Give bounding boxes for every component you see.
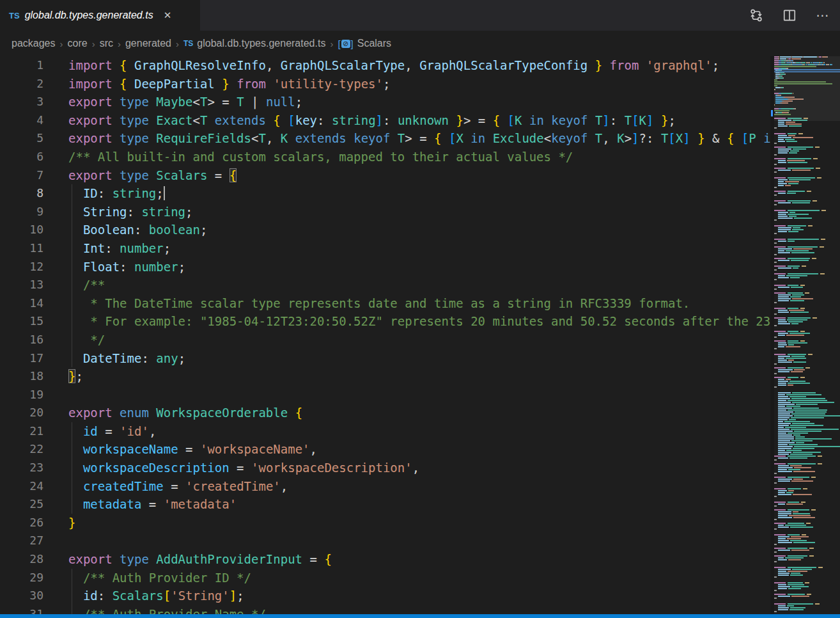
line-number[interactable]: 26: [0, 514, 43, 532]
line-number[interactable]: 9: [0, 203, 43, 221]
code-line[interactable]: 30 id: Scalars['String'];: [0, 587, 770, 605]
tab-bar: TS global.db.types.generated.ts ✕: [0, 0, 840, 31]
code-line[interactable]: 25 metadata = 'metadata': [0, 495, 770, 514]
code-line[interactable]: 20export enum WorkspaceOrderable {: [0, 404, 770, 422]
line-number[interactable]: 4: [0, 111, 43, 130]
minimap-slider[interactable]: [774, 56, 840, 121]
code-editor[interactable]: 1import { GraphQLResolveInfo, GraphQLSca…: [0, 56, 770, 614]
line-number[interactable]: 2: [0, 75, 43, 93]
line-number[interactable]: 1: [0, 56, 43, 75]
typescript-file-icon: TS: [183, 39, 193, 48]
status-bar: [0, 614, 840, 618]
code-line[interactable]: 26}: [0, 514, 770, 532]
code-line[interactable]: 16 */: [0, 331, 770, 349]
breadcrumb: packages › core › src › generated › TS g…: [0, 31, 840, 56]
line-number[interactable]: 6: [0, 148, 43, 166]
vscode-editor-window: TS global.db.types.generated.ts ✕: [0, 0, 840, 618]
code-line[interactable]: 21 id = 'id',: [0, 422, 770, 441]
breadcrumb-separator: ›: [92, 38, 95, 49]
minimap[interactable]: [774, 56, 840, 614]
line-number[interactable]: 16: [0, 331, 43, 349]
text-cursor: [164, 186, 165, 200]
code-line[interactable]: 8 ID: string;: [0, 184, 770, 203]
code-line[interactable]: 15 * For example: "1985-04-12T23:20:50.5…: [0, 312, 770, 331]
breadcrumb-symbol-scalars[interactable]: Scalars: [357, 38, 391, 49]
split-editor-button[interactable]: [781, 7, 798, 24]
code-line[interactable]: 28export type AddAuthProviderInput = {: [0, 550, 770, 569]
line-number[interactable]: 30: [0, 587, 43, 605]
line-number[interactable]: 15: [0, 312, 43, 331]
code-line[interactable]: 24 createdTime = 'createdTime',: [0, 477, 770, 496]
line-number[interactable]: 28: [0, 550, 43, 569]
breadcrumb-separator: ›: [330, 38, 333, 49]
close-tab-icon[interactable]: ✕: [161, 8, 175, 22]
line-number[interactable]: 22: [0, 440, 43, 459]
breadcrumb-core[interactable]: core: [68, 38, 88, 49]
line-number[interactable]: 19: [0, 386, 43, 404]
code-line[interactable]: 19: [0, 386, 770, 404]
more-actions-button[interactable]: ⋯: [814, 7, 831, 24]
breadcrumb-separator: ›: [176, 38, 179, 49]
code-rows: 1import { GraphQLResolveInfo, GraphQLSca…: [0, 56, 770, 614]
line-number[interactable]: 10: [0, 221, 43, 239]
line-number[interactable]: 21: [0, 422, 43, 441]
line-number[interactable]: 11: [0, 239, 43, 258]
minimap-container: [770, 56, 840, 614]
line-number[interactable]: 23: [0, 459, 43, 477]
breadcrumb-separator: ›: [118, 38, 121, 49]
code-line[interactable]: 3export type Maybe<T> = T | null;: [0, 93, 770, 111]
occurrence-marker: [771, 110, 773, 116]
compare-changes-icon: [749, 8, 763, 22]
breadcrumb-separator: ›: [60, 38, 63, 49]
line-number[interactable]: 8: [0, 184, 43, 203]
code-line[interactable]: 5export type RequireFields<T, K extends …: [0, 129, 770, 148]
code-line[interactable]: 18};: [0, 367, 770, 386]
line-number[interactable]: 17: [0, 349, 43, 368]
code-line[interactable]: 31 /** Auth Provider Name */: [0, 605, 770, 614]
breadcrumb-filename[interactable]: global.db.types.generated.ts: [197, 38, 325, 49]
code-line[interactable]: 4export type Exact<T extends { [key: str…: [0, 111, 770, 130]
tab-label: global.db.types.generated.ts: [25, 10, 153, 21]
line-number[interactable]: 29: [0, 569, 43, 587]
code-line[interactable]: 7export type Scalars = {: [0, 166, 770, 185]
code-line[interactable]: 6/** All built-in and custom scalars, ma…: [0, 148, 770, 166]
code-line[interactable]: 22 workspaceName = 'workspaceName',: [0, 440, 770, 459]
line-number[interactable]: 20: [0, 404, 43, 422]
ellipsis-icon: ⋯: [816, 8, 830, 23]
code-line[interactable]: 27: [0, 532, 770, 550]
line-number[interactable]: 31: [0, 605, 43, 614]
line-number[interactable]: 7: [0, 166, 43, 185]
line-number[interactable]: 18: [0, 367, 43, 386]
code-line[interactable]: 2import { DeepPartial } from 'utility-ty…: [0, 75, 770, 93]
editor-actions: ⋯: [748, 0, 835, 31]
line-number[interactable]: 27: [0, 532, 43, 550]
line-number[interactable]: 13: [0, 276, 43, 294]
code-line[interactable]: 14 * The DateTime scalar type represents…: [0, 294, 770, 313]
code-line[interactable]: 10 Boolean: boolean;: [0, 221, 770, 239]
line-number[interactable]: 12: [0, 258, 43, 276]
line-number[interactable]: 24: [0, 477, 43, 496]
tab-global-db-types-generated[interactable]: TS global.db.types.generated.ts ✕: [0, 0, 201, 31]
code-line[interactable]: 29 /** Auth Provider ID */: [0, 569, 770, 587]
code-line[interactable]: 9 String: string;: [0, 203, 770, 221]
breadcrumb-generated[interactable]: generated: [125, 38, 171, 49]
code-line[interactable]: 12 Float: number;: [0, 258, 770, 276]
line-number[interactable]: 25: [0, 495, 43, 514]
line-number[interactable]: 5: [0, 129, 43, 148]
breadcrumb-packages[interactable]: packages: [12, 38, 56, 49]
line-number[interactable]: 3: [0, 93, 43, 111]
split-editor-icon: [782, 8, 797, 22]
code-line[interactable]: 1import { GraphQLResolveInfo, GraphQLSca…: [0, 56, 770, 75]
minimap-content: [774, 56, 840, 612]
line-number[interactable]: 14: [0, 294, 43, 313]
code-line[interactable]: 17 DateTime: any;: [0, 349, 770, 368]
open-changes-button[interactable]: [748, 7, 765, 24]
code-line[interactable]: 11 Int: number;: [0, 239, 770, 258]
code-line[interactable]: 13 /**: [0, 276, 770, 294]
symbol-variable-icon: [⊘]: [338, 38, 353, 49]
breadcrumb-src[interactable]: src: [100, 38, 113, 49]
typescript-file-icon: TS: [9, 11, 20, 20]
code-line[interactable]: 23 workspaceDescription = 'workspaceDesc…: [0, 459, 770, 477]
